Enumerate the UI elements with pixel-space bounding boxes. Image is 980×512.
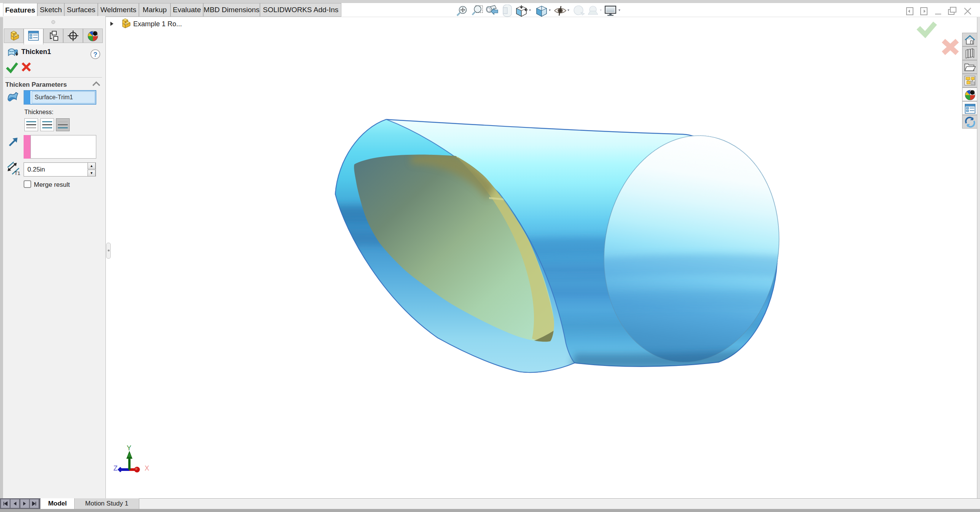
svg-text:Z: Z [113, 464, 118, 472]
svg-text:Y: Y [127, 444, 131, 452]
svg-text:X: X [145, 464, 149, 472]
svg-text:T1: T1 [14, 170, 20, 176]
svg-text:?: ? [93, 51, 97, 58]
